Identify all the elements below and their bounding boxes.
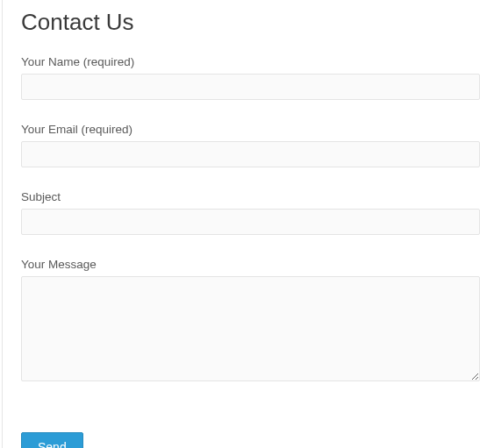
subject-label: Subject (21, 190, 480, 203)
message-label: Your Message (21, 258, 480, 271)
name-label: Your Name (required) (21, 55, 480, 68)
page-title: Contact Us (21, 9, 480, 36)
email-label: Your Email (required) (21, 123, 480, 136)
name-field-group: Your Name (required) (21, 55, 480, 100)
send-button[interactable]: Send (21, 432, 83, 448)
vertical-divider (2, 0, 3, 448)
subject-field-group: Subject (21, 190, 480, 235)
email-field-group: Your Email (required) (21, 123, 480, 167)
name-input[interactable] (21, 74, 480, 100)
contact-page: Contact Us Your Name (required) Your Ema… (0, 0, 501, 448)
subject-input[interactable] (21, 209, 480, 235)
message-textarea[interactable] (21, 276, 480, 381)
email-input[interactable] (21, 141, 480, 167)
message-field-group: Your Message (21, 258, 480, 385)
